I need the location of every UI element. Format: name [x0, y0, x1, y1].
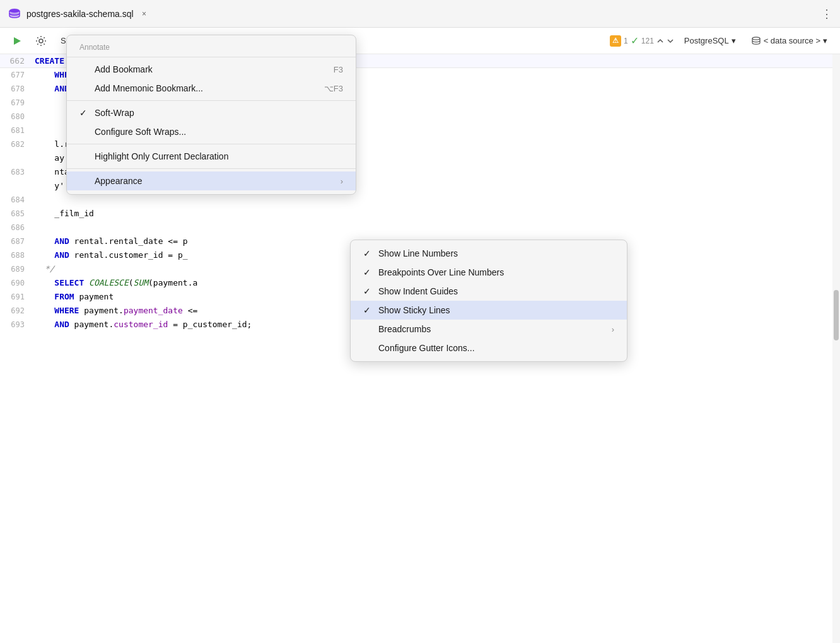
submenu-item-show-line-numbers[interactable]: ✓ Show Line Numbers — [351, 244, 627, 263]
submenu-arrow-icon: › — [341, 177, 343, 186]
menu-item-highlight-declaration[interactable]: Highlight Only Current Declaration — [67, 147, 356, 166]
datasource-icon — [751, 36, 761, 46]
menu-item-label: Add Mnemonic Bookmark... — [95, 83, 203, 93]
datasource-chevron: ▾ — [823, 36, 827, 45]
tab-close-button[interactable]: × — [139, 8, 150, 20]
checkmark-icon: ✓ — [363, 267, 376, 277]
ok-count: 121 — [641, 37, 654, 45]
svg-point-3 — [752, 37, 760, 39]
nav-down-icon[interactable] — [667, 37, 674, 45]
tab-title: postgres-sakila-schema.sql — [26, 9, 134, 19]
context-menu-divider-3 — [67, 144, 356, 144]
sticky-line-number: 662 — [0, 56, 35, 66]
editor-scrollbar[interactable] — [832, 54, 840, 643]
menu-item-appearance[interactable]: Appearance › — [67, 171, 356, 190]
datasource-label: < data source > — [764, 36, 820, 45]
menu-item-label: Soft-Wrap — [95, 108, 134, 118]
context-menu-section-label: Annotate — [67, 39, 356, 54]
menu-item-label: Add Bookmark — [95, 64, 153, 74]
menu-item-label: Configure Soft Wraps... — [95, 127, 186, 137]
postgresql-chevron: ▾ — [732, 36, 736, 45]
checkmark-icon: ✓ — [363, 305, 376, 315]
checkmark-icon: ✓ — [363, 248, 376, 258]
svg-point-2 — [39, 39, 43, 43]
breadcrumbs-submenu-arrow: › — [612, 325, 614, 334]
submenu-item-breakpoints[interactable]: ✓ Breakpoints Over Line Numbers — [351, 263, 627, 282]
svg-marker-1 — [14, 37, 21, 45]
settings-button[interactable] — [32, 32, 50, 50]
tab-bar: postgres-sakila-schema.sql × ⋮ — [0, 0, 840, 28]
menu-item-label: Appearance — [95, 176, 143, 186]
checkmark-icon: ✓ — [363, 286, 376, 296]
menu-item-add-bookmark[interactable]: Add Bookmark F3 — [67, 60, 356, 79]
submenu-item-indent-guides[interactable]: ✓ Show Indent Guides — [351, 282, 627, 301]
context-menu-divider-4 — [67, 168, 356, 169]
menu-item-shortcut: F3 — [334, 65, 343, 74]
submenu-item-label: Configure Gutter Icons... — [378, 343, 475, 353]
scrollbar-thumb[interactable] — [834, 290, 839, 340]
postgresql-label: PostgreSQL — [684, 36, 729, 45]
context-menu-divider-2 — [67, 100, 356, 101]
tab-item[interactable]: postgres-sakila-schema.sql × — [8, 7, 150, 21]
submenu-item-sticky-lines[interactable]: ✓ Show Sticky Lines — [351, 301, 627, 320]
menu-item-configure-soft-wraps[interactable]: Configure Soft Wraps... — [67, 122, 356, 141]
submenu-item-breadcrumbs[interactable]: Breadcrumbs › — [351, 320, 627, 339]
code-line: 686 — [0, 221, 840, 235]
menu-item-label: Highlight Only Current Declaration — [95, 151, 228, 161]
postgresql-selector[interactable]: PostgreSQL ▾ — [679, 33, 741, 48]
database-icon — [8, 7, 21, 21]
submenu-item-configure-gutter[interactable]: Configure Gutter Icons... — [351, 339, 627, 357]
toolbar-right: ⚠ 1 ✓ 121 PostgreSQL ▾ < data source > ▾ — [610, 33, 832, 49]
code-line: 685 _film_id — [0, 207, 840, 221]
ok-icon: ✓ — [631, 35, 639, 47]
warning-count: 1 — [624, 37, 628, 45]
submenu-item-label: Show Line Numbers — [378, 248, 458, 258]
context-menu-divider-1 — [67, 57, 356, 57]
warning-indicator[interactable]: ⚠ 1 ✓ 121 — [610, 35, 674, 47]
menu-item-add-mnemonic[interactable]: Add Mnemonic Bookmark... ⌥F3 — [67, 79, 356, 98]
menu-item-shortcut: ⌥F3 — [324, 84, 343, 93]
datasource-selector[interactable]: < data source > ▾ — [746, 33, 832, 49]
warning-icon: ⚠ — [610, 35, 621, 47]
submenu-item-label: Breakpoints Over Line Numbers — [378, 267, 504, 277]
checkmark-icon: ✓ — [79, 108, 92, 118]
nav-up-icon[interactable] — [656, 37, 664, 45]
submenu-item-label: Show Sticky Lines — [378, 305, 450, 315]
submenu-item-label: Breadcrumbs — [378, 324, 431, 334]
context-menu: Annotate Add Bookmark F3 Add Mnemonic Bo… — [66, 35, 356, 195]
code-line: 684 — [0, 193, 840, 207]
appearance-submenu: ✓ Show Line Numbers ✓ Breakpoints Over L… — [350, 240, 627, 362]
tab-more-button[interactable]: ⋮ — [821, 7, 832, 21]
menu-item-soft-wrap[interactable]: ✓ Soft-Wrap — [67, 103, 356, 122]
run-button[interactable] — [8, 32, 26, 50]
submenu-item-label: Show Indent Guides — [378, 286, 458, 296]
